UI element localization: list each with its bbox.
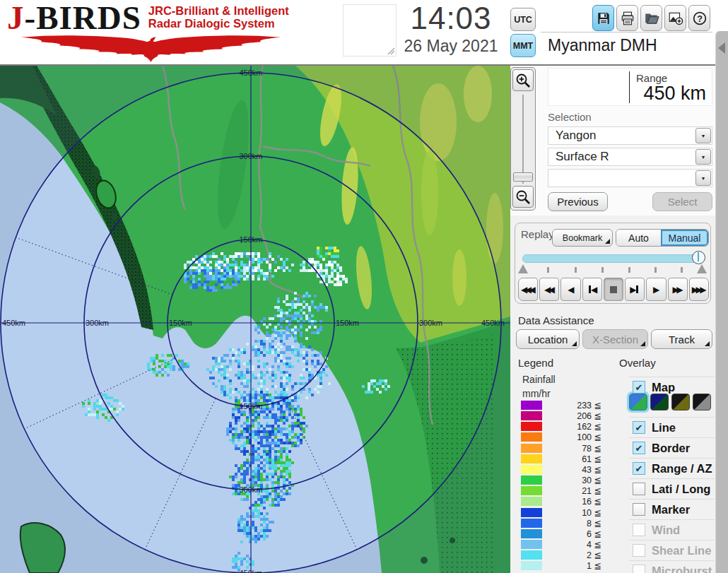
overlay-row-range-az: ✔Range / AZ — [629, 458, 715, 478]
legend-row: 206 ≦ — [521, 410, 606, 421]
product-dropdown-value: Surface R — [556, 150, 609, 164]
play-button[interactable]: ▶ — [646, 278, 666, 301]
legend-value: 6 ≦ — [549, 528, 601, 539]
legend-row: 16 ≦ — [521, 496, 606, 507]
slider-tick — [654, 267, 657, 273]
radar-map-canvas[interactable]: 150km150km150km150km300km300km300km300km… — [0, 66, 510, 573]
legend-row: 100 ≦ — [521, 432, 606, 442]
zoom-slider-track[interactable] — [522, 95, 524, 184]
forward-button[interactable]: ▶▶ — [668, 278, 688, 301]
x-section-button[interactable]: X-Section — [582, 329, 648, 349]
checkbox-line[interactable]: ✔ — [633, 421, 645, 434]
mmt-button[interactable]: MMT — [510, 34, 536, 57]
checkbox-marker[interactable] — [633, 503, 645, 516]
legend-row: 21 ≦ — [521, 485, 606, 496]
replay-group: Replay Bookmark Auto Manual ◀◀◀◀◀◀◀▶▶▶▶▶… — [515, 223, 711, 304]
replay-slider-handle[interactable] — [692, 251, 705, 264]
checkbox-lati-long[interactable] — [633, 483, 645, 495]
overlay-label: Overlay — [619, 357, 656, 369]
location-button[interactable]: Location — [516, 329, 580, 349]
legend-value: 8 ≦ — [549, 518, 601, 528]
open-folder-icon-button[interactable] — [640, 5, 662, 31]
skip-to-start-button[interactable]: ◀ — [582, 278, 602, 301]
overlay-item-label: Map — [652, 381, 675, 394]
toolbar: ? — [592, 5, 710, 31]
site-dropdown[interactable]: Yangon ▼ — [548, 126, 712, 145]
stop-button[interactable] — [604, 278, 623, 301]
range-divider — [629, 71, 630, 103]
slider-tick — [628, 267, 630, 273]
legend-row: 43 ≦ — [521, 464, 606, 475]
radar-map[interactable]: 150km150km150km150km300km300km300km300km… — [0, 66, 510, 573]
utc-button[interactable]: UTC — [510, 8, 536, 31]
svg-text:300km: 300km — [239, 485, 262, 494]
fast-forward-button[interactable]: ▶▶▶ — [689, 278, 709, 301]
replay-slider-track[interactable] — [522, 254, 705, 263]
overlay-item-label: Microburst — [652, 565, 712, 573]
zoom-in-button[interactable] — [512, 69, 534, 91]
legend-row: 162 ≦ — [521, 421, 606, 432]
save-icon-button[interactable] — [592, 5, 614, 31]
legend-unit-mmhr: mm/hr — [522, 388, 551, 399]
legend-row: 8 ≦ — [521, 518, 606, 528]
jbirds-application: J-BIRDS JRC-Brilliant & Intelligent Rada… — [0, 0, 728, 573]
select-button[interactable]: Select — [652, 192, 712, 211]
open-folder-icon — [644, 11, 659, 26]
overlay-row-line: ✔Line — [629, 417, 715, 437]
legend-swatch — [521, 422, 542, 431]
time-display-box — [343, 4, 397, 57]
manual-button[interactable]: Manual — [661, 230, 708, 246]
step-back-button[interactable]: ◀ — [560, 278, 580, 301]
help-icon-button[interactable]: ? — [688, 5, 710, 31]
product-dropdown[interactable]: Surface R ▼ — [548, 148, 712, 166]
overlay-row-wind: Wind — [629, 519, 715, 540]
checkbox-border[interactable]: ✔ — [633, 442, 645, 454]
station-title: Myanmar DMH — [548, 36, 657, 55]
auto-button[interactable]: Auto — [616, 230, 661, 246]
legend-value: 2 ≦ — [549, 550, 601, 560]
chevron-down-icon[interactable]: ▼ — [695, 170, 711, 186]
image-capture-icon-button[interactable] — [664, 5, 686, 31]
chevron-down-icon[interactable]: ▼ — [695, 128, 711, 143]
panel-collapse-strip[interactable] — [715, 31, 728, 573]
overlay-item-label: Range / AZ — [652, 462, 712, 475]
chevron-down-icon[interactable]: ▼ — [695, 149, 711, 165]
overlay-item-label: Shear Line — [652, 544, 711, 557]
svg-text:150km: 150km — [239, 235, 262, 244]
print-icon-button[interactable] — [616, 5, 638, 31]
overlay-item-label: Marker — [652, 503, 690, 516]
track-button[interactable]: Track — [651, 329, 712, 349]
legend-swatch — [521, 486, 542, 495]
collapse-left-icon[interactable] — [718, 42, 725, 54]
rewind-button[interactable]: ◀◀ — [539, 278, 559, 301]
zoom-slider-handle[interactable] — [513, 172, 533, 182]
slider-start-marker[interactable] — [518, 264, 528, 273]
legend-label: Legend — [518, 357, 553, 369]
checkbox-map[interactable]: ✔ — [633, 381, 645, 394]
checkbox-range-az[interactable]: ✔ — [633, 462, 645, 475]
previous-button[interactable]: Previous — [548, 192, 608, 211]
svg-text:150km: 150km — [169, 319, 192, 327]
svg-text:300km: 300km — [239, 152, 262, 160]
time-value: 14:03 — [393, 2, 509, 35]
legend-value: 10 ≦ — [549, 507, 601, 518]
fast-rewind-button[interactable]: ◀◀◀ — [518, 278, 538, 301]
legend-value: 21 ≦ — [549, 485, 601, 496]
skip-to-end-button[interactable]: ▶ — [625, 278, 645, 301]
legend-swatch — [521, 550, 542, 560]
eagle-icon — [11, 33, 290, 64]
slider-end-marker[interactable] — [697, 264, 707, 273]
date-value: 26 May 2021 — [393, 37, 509, 55]
clock: 14:03 26 May 2021 — [393, 2, 509, 55]
legend-value: 162 ≦ — [549, 421, 601, 432]
overlay-row-microburst: Microburst — [629, 560, 715, 573]
range-display: Range 450 km — [548, 68, 712, 106]
legend-row: 1 ≦ — [521, 560, 606, 571]
site-dropdown-value: Yangon — [556, 129, 596, 143]
header-bar: J-BIRDS JRC-Brilliant & Intelligent Rada… — [0, 0, 728, 66]
svg-text:300km: 300km — [419, 319, 442, 327]
legend-value: 206 ≦ — [549, 410, 601, 421]
zoom-out-button[interactable] — [512, 186, 534, 208]
bookmark-button[interactable]: Bookmark — [552, 229, 613, 247]
option-dropdown[interactable]: ▼ — [548, 169, 712, 187]
